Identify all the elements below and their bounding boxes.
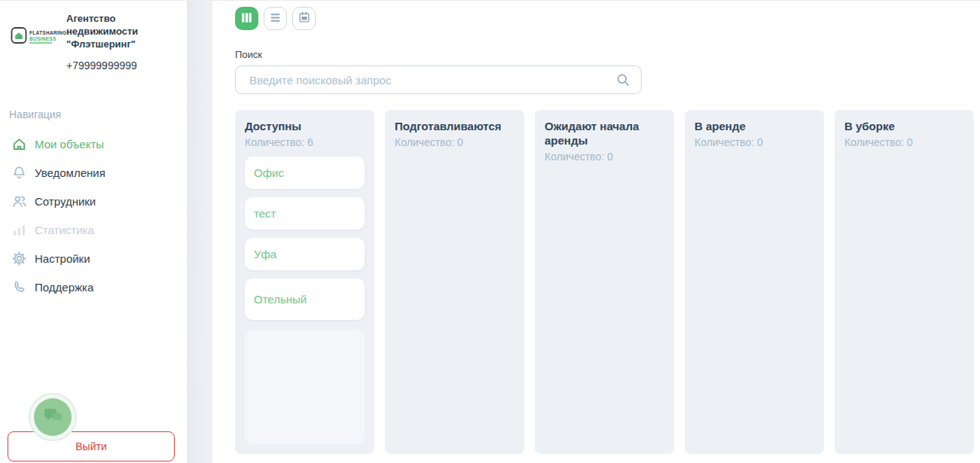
column-title: В аренде	[695, 120, 814, 134]
search-box	[235, 65, 642, 94]
sidebar-item-label: Сотрудники	[35, 195, 96, 208]
column-count: Количество: 0	[844, 136, 964, 148]
object-card[interactable]: Отельный	[245, 279, 365, 320]
column-preparing: Подготавливаются Количество: 0	[385, 110, 524, 454]
object-card-label: Уфа	[254, 248, 276, 260]
agency-name: Агентство недвижимости "Флэтшеринг"	[66, 13, 157, 51]
bar-chart-icon	[11, 221, 27, 238]
sidebar-item-label: Настройки	[35, 252, 90, 265]
kanban-view-button[interactable]	[235, 7, 258, 30]
column-count: Количество: 0	[545, 151, 664, 163]
object-card[interactable]: тест	[245, 197, 365, 230]
column-title: В уборке	[844, 120, 964, 134]
sidebar-item-label: Статистика	[35, 224, 94, 236]
object-card[interactable]: Уфа	[245, 238, 365, 270]
object-card-label: тест	[254, 207, 276, 220]
column-cleaning: В уборке Количество: 0	[835, 110, 974, 454]
sidebar-divider	[187, 1, 212, 463]
search-label: Поиск	[235, 49, 262, 60]
sidebar-item-settings[interactable]: Настройки	[0, 244, 186, 273]
search-input[interactable]	[236, 66, 615, 93]
empty-card-placeholder	[245, 330, 365, 444]
view-toolbar	[235, 7, 316, 30]
sidebar-item-support[interactable]: Поддержка	[0, 273, 186, 301]
column-title: Ожидают начала аренды	[545, 120, 664, 148]
sidebar-item-employees[interactable]: Сотрудники	[0, 187, 186, 215]
sidebar-item-label: Поддержка	[35, 281, 93, 294]
sidebar-item-label: Уведомления	[35, 166, 105, 179]
phone-icon	[11, 279, 27, 295]
object-card-label: Офис	[254, 166, 284, 179]
calendar-view-icon	[298, 11, 311, 26]
column-count: Количество: 6	[245, 136, 365, 148]
logout-button[interactable]: Выйти	[8, 431, 175, 461]
app-root: FLATSHARING BUSINESS Агентство недвижимо…	[0, 0, 980, 463]
kanban-board: Доступны Количество: 6 Офис тест Уфа Оте…	[235, 110, 974, 454]
nav-section-label: Навигация	[9, 108, 61, 120]
column-count: Количество: 0	[395, 136, 514, 148]
object-card[interactable]: Офис	[245, 157, 365, 189]
logo-brand-line1: FLATSHARING	[29, 30, 66, 35]
sidebar-item-label: Мои объекты	[35, 138, 104, 151]
search-icon[interactable]	[615, 72, 630, 87]
gear-icon	[11, 250, 27, 267]
sidebar-nav: Мои объекты Уведомления	[0, 129, 186, 301]
flatsharing-logo: FLATSHARING BUSINESS	[11, 13, 57, 51]
list-view-button[interactable]	[264, 7, 287, 30]
calendar-view-button[interactable]	[292, 7, 316, 30]
chat-bubbles-icon	[43, 407, 63, 428]
home-icon	[11, 136, 27, 152]
column-count: Количество: 0	[695, 136, 814, 148]
column-available: Доступны Количество: 6 Офис тест Уфа Оте…	[235, 110, 374, 454]
kanban-view-icon	[240, 11, 253, 26]
column-rented: В аренде Количество: 0	[685, 110, 824, 454]
users-icon	[11, 193, 27, 209]
main-content: Поиск Доступны Количество: 6 Офис тест	[212, 1, 980, 463]
brand: FLATSHARING BUSINESS Агентство недвижимо…	[11, 13, 172, 51]
column-title: Доступны	[245, 120, 365, 134]
flatsharing-logo-icon	[11, 26, 27, 47]
sidebar-item-notifications[interactable]: Уведомления	[0, 158, 186, 187]
logo-brand-line2: BUSINESS	[29, 36, 66, 41]
list-view-icon	[270, 13, 281, 25]
column-awaiting-rent: Ожидают начала аренды Количество: 0	[535, 110, 674, 454]
column-title: Подготавливаются	[395, 120, 514, 134]
sidebar-item-statistics[interactable]: Статистика	[0, 215, 186, 244]
sidebar-item-my-objects[interactable]: Мои объекты	[0, 129, 186, 158]
logo-tagline	[29, 42, 52, 44]
agency-phone: +79999999999	[66, 59, 137, 72]
bell-icon	[11, 164, 27, 181]
chat-widget-button[interactable]	[29, 393, 77, 441]
sidebar: FLATSHARING BUSINESS Агентство недвижимо…	[0, 1, 186, 463]
object-card-label: Отельный	[254, 293, 307, 306]
